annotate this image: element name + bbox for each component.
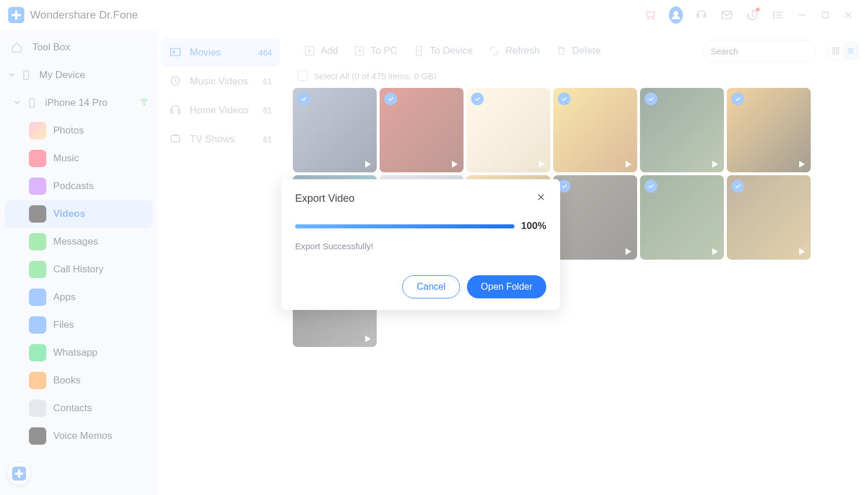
open-folder-button[interactable]: Open Folder: [467, 275, 546, 298]
cancel-button[interactable]: Cancel: [402, 275, 460, 298]
dialog-title: Export Video: [295, 193, 355, 205]
dialog-message: Export Successfully!: [295, 241, 546, 251]
cancel-label: Cancel: [417, 282, 446, 292]
open-label: Open Folder: [481, 282, 532, 292]
dialog-close-button[interactable]: [536, 192, 546, 205]
progress-percent: 100%: [521, 220, 546, 232]
progress-bar: [295, 224, 514, 228]
export-dialog: Export Video 100% Export Successfully! C…: [281, 179, 560, 310]
